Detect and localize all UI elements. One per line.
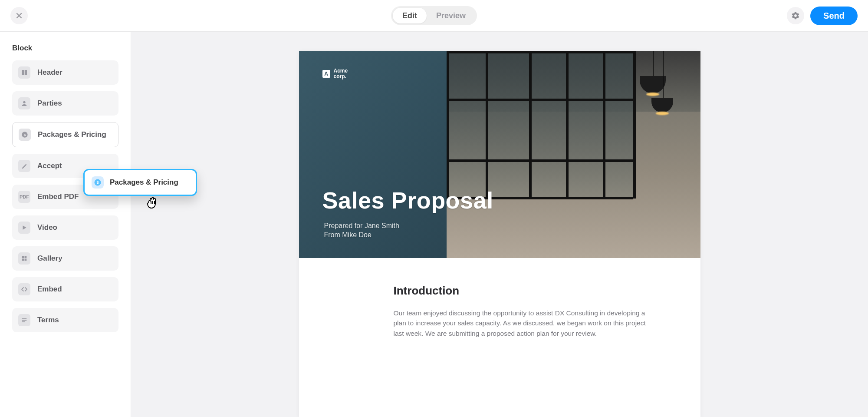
company-logo: A Acme corp.	[322, 68, 447, 79]
gear-icon	[791, 11, 800, 20]
dollar-icon: $	[92, 176, 104, 189]
svg-text:$: $	[96, 180, 99, 185]
svg-rect-3	[22, 256, 24, 258]
block-parties[interactable]: Parties	[12, 91, 118, 116]
block-embed[interactable]: Embed	[12, 277, 118, 301]
block-label: Terms	[37, 316, 59, 324]
close-button[interactable]	[10, 7, 28, 24]
user-icon	[18, 97, 30, 109]
header-icon	[18, 66, 30, 79]
block-label: Embed PDF	[37, 192, 79, 201]
document-title[interactable]: Sales Proposal	[322, 187, 493, 214]
grid-icon	[18, 252, 30, 265]
block-sidebar: Block Header Parties $ Packages & Pricin…	[0, 32, 131, 417]
svg-rect-6	[25, 259, 27, 261]
block-label: Packages & Pricing	[38, 130, 106, 139]
logo-mark: A	[322, 70, 330, 78]
hero-photo	[447, 51, 700, 258]
block-label: Header	[37, 68, 62, 77]
mode-preview[interactable]: Preview	[427, 8, 475, 23]
block-gallery[interactable]: Gallery	[12, 246, 118, 271]
grab-cursor-icon	[145, 194, 163, 211]
intro-heading[interactable]: Introduction	[394, 284, 648, 298]
dragging-block-label: Packages & Pricing	[110, 178, 178, 187]
mode-edit[interactable]: Edit	[393, 8, 427, 23]
close-icon	[16, 12, 23, 19]
intro-body[interactable]: Our team enjoyed discussing the opportun…	[394, 308, 648, 338]
block-header[interactable]: Header	[12, 60, 118, 85]
logo-text: Acme corp.	[334, 68, 348, 79]
document-subtitle[interactable]: Prepared for Jane Smith From Mike Doe	[324, 221, 399, 240]
code-icon	[18, 283, 30, 295]
block-label: Gallery	[37, 254, 62, 263]
svg-point-0	[23, 101, 25, 103]
block-label: Parties	[37, 99, 62, 108]
svg-text:$: $	[24, 133, 26, 137]
from-line: From Mike Doe	[324, 230, 399, 240]
mode-switch: Edit Preview	[391, 6, 477, 25]
svg-rect-7	[22, 318, 27, 319]
block-label: Video	[37, 223, 57, 232]
send-button[interactable]: Send	[810, 7, 858, 25]
svg-rect-4	[25, 256, 27, 258]
block-terms[interactable]: Terms	[12, 308, 118, 332]
prepared-for: Prepared for Jane Smith	[324, 221, 399, 231]
body: Block Header Parties $ Packages & Pricin…	[0, 32, 868, 417]
document: A Acme corp.	[299, 51, 700, 417]
pdf-icon: PDF	[18, 191, 30, 203]
svg-rect-8	[22, 320, 27, 321]
block-packages-pricing[interactable]: $ Packages & Pricing	[12, 122, 118, 147]
lines-icon	[18, 314, 30, 326]
document-canvas[interactable]: A Acme corp.	[131, 32, 868, 417]
intro-block[interactable]: Introduction Our team enjoyed discussing…	[299, 258, 700, 356]
block-label: Embed	[37, 285, 62, 294]
hero-block[interactable]: A Acme corp.	[299, 51, 700, 258]
pencil-icon	[18, 160, 30, 172]
settings-button[interactable]	[787, 7, 804, 24]
dollar-icon: $	[19, 129, 31, 141]
play-icon	[18, 222, 30, 234]
topbar: Edit Preview Send	[0, 0, 868, 32]
svg-rect-5	[22, 259, 24, 261]
svg-rect-9	[22, 321, 25, 322]
sidebar-title: Block	[12, 44, 118, 53]
block-video[interactable]: Video	[12, 215, 118, 240]
block-label: Accept	[37, 162, 62, 170]
dragging-block-chip[interactable]: $ Packages & Pricing	[83, 169, 197, 196]
